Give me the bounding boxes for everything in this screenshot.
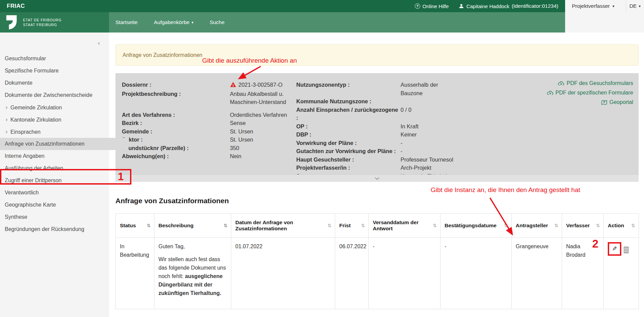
description-body: Wir stellen auch fest dass das folgende … [158,255,227,297]
sidebar-item-begruendungen-der-ruecksendung[interactable]: Begründungen der Rücksendung [0,223,109,235]
sidebar-item-dokumente[interactable]: Dokumente [0,77,109,89]
dossier-field: Anzahl Einsprachen / zurückgezogene :0 /… [296,106,459,122]
sidebar-collapse-icon[interactable]: ‹ [98,41,100,45]
user-identificator: (Identificator:01234) [512,3,558,9]
dossier-field: Dossiernr : 1 2021-3-002587-O [122,81,290,90]
cell-beschreibung: Guten Tag, Wir stellen auch fest dass da… [154,238,231,309]
annotation-box-2: ✎ [608,242,621,256]
column-header-datum-der-anfrage[interactable]: Datum der Anfrage von Zusatzinformatione… [231,214,335,238]
pdf-spezifische-formulare-link[interactable]: PDF der spezifischen Formulare [547,88,633,98]
dossier-number: 2021-3-002587-O [238,82,282,88]
top-bar-right: ? Online Hilfe Capitaine Haddock (Identi… [415,0,558,12]
sort-icon: ⇅ [327,223,331,228]
nav-item-suche[interactable]: Suche [210,19,224,25]
cell-action: ✎ [604,238,639,309]
sort-icon: ⇅ [504,223,508,228]
chevron-down-icon [375,177,380,180]
column-header-action[interactable]: Action⇅ [604,214,639,238]
sort-icon: ⇅ [223,223,228,228]
chevron-down-icon: ▾ [192,20,194,25]
state-logo: ETAT DE FRIBOURG STAAT FREIBURG [0,12,109,33]
sidebar-item-verantwortlich[interactable]: Verantwortlich [0,187,109,199]
dossier-field: DBP :Keiner [296,130,459,139]
table-row: In Bearbeitung Guten Tag, Wir stellen au… [116,238,639,309]
sort-icon: ⇅ [361,223,365,228]
language-dropdown[interactable]: DE ▾ [626,0,644,12]
column-header-status[interactable]: Status⇅ [116,214,154,238]
cell-frist: 06.07.2022 [335,238,369,309]
page-alert: Anfrage von Zusatzinformationen [115,44,639,66]
pdf-gesuchsformular-link[interactable]: PDF des Gesuchsformulars [547,79,633,88]
language-label: DE [629,3,637,9]
dossier-field: Abweichung(en) :Nein [122,152,290,161]
sort-icon: ⇅ [596,223,600,228]
dossier-left-column: Dossiernr : 1 2021-3-002587-O Projektbes… [122,81,290,161]
dossier-field: Gemeinde :St. Ursen [122,127,290,136]
sidebar-item-geographische-karte[interactable]: Geographische Karte [0,199,109,211]
sidebar-item-interne-angaben[interactable]: Interne Angaben [0,150,109,162]
cell-request-date: 01.07.2022 [231,238,335,309]
cell-status: In Bearbeitung [116,238,154,309]
sidebar-item-anfrage-von-zusatzinformationen[interactable]: Anfrage von Zusatzinformationen [0,138,129,150]
history-pad-icon[interactable] [624,247,629,253]
friac-app: FRIAC ? Online Hilfe Capitaine Haddock (… [0,0,644,317]
table-header-row: Status⇅ Beschreibung⇅ Datum der Anfrage … [116,214,639,238]
sidebar-item-synthese[interactable]: Synthese [0,211,109,223]
sidebar-item-kantonale-zirkulation[interactable]: ›Kantonale Zirkulation [0,113,109,126]
online-help-link[interactable]: ? Online Hilfe [415,3,449,9]
user-menu[interactable]: Capitaine Haddock (Identificator:01234) [459,3,558,9]
dossier-field: Sektor :St. Ursen [122,135,290,144]
column-header-bestaetigungsdatume[interactable]: Bestätigungsdatume⇅ [441,214,512,238]
geoportal-link[interactable]: Geoportal [547,98,633,107]
role-language-panel: Projektverfasser ▾ DE ▾ [565,0,644,33]
column-header-frist[interactable]: Frist⇅ [335,214,369,238]
column-header-verfasser[interactable]: Verfasser⇅ [562,214,604,238]
dossier-summary-panel: Dossiernr : 1 2021-3-002587-O Projektbes… [115,73,639,182]
sidebar-item-gesuchsformular[interactable]: Gesuchsformular [0,52,109,65]
app-brand: FRIAC [7,3,25,9]
dossier-field: Projektverfasser/in :Arch-Projekt [296,164,459,172]
sort-icon: ⇅ [631,223,635,228]
cell-versanddatum: - [369,238,441,309]
sidebar-item-spezifische-formulare[interactable]: Spezifische Formulare [0,65,109,77]
sort-icon: ⇅ [433,223,437,228]
main-navbar: ETAT DE FRIBOURG STAAT FREIBURG Startsei… [0,12,565,33]
state-logo-text: ETAT DE FRIBOURG STAAT FREIBURG [23,18,62,27]
dossier-field: Art des Verfahrens :Ordentliches Verfahr… [122,111,290,119]
map-icon [601,100,607,105]
nav-links: Startseite Aufgabenkörbe▾ Suche [115,12,224,33]
alert-text: Anfrage von Zusatzinformationen [123,52,202,58]
chevron-down-icon: ▾ [613,4,615,8]
download-cloud-icon [547,90,553,96]
dossier-field: Projektbeschreibung :Anbau Abkalbestall … [122,90,290,106]
cell-bestaetigungsdatume: - [441,238,512,309]
fribourg-logo-icon [5,15,18,30]
edit-button[interactable]: ✎ [612,245,617,252]
column-header-antragsteller[interactable]: Antragsteller⇅ [512,214,562,238]
chevron-right-icon: › [5,104,8,111]
role-dropdown[interactable]: Projektverfasser ▾ [565,0,619,12]
annotation-note-instanz: Gibt die Instanz an, die Ihnen den Antra… [431,186,580,194]
column-header-versanddatum[interactable]: Versanddatum der Antwort⇅ [369,214,441,238]
sidebar-item-einsprachen[interactable]: ›Einsprachen [0,126,109,138]
dossier-field: Grundstücknr (Parzelle) :350 [122,144,290,152]
sidebar: ‹ Gesuchsformular Spezifische Formulare … [0,33,109,317]
svg-text:1: 1 [232,84,234,87]
chevron-right-icon: › [5,116,8,123]
user-name: Capitaine Haddock [466,3,509,9]
cell-antragsteller: Grangeneuve [512,238,562,309]
nav-item-startseite[interactable]: Startseite [115,19,137,25]
sidebar-item-dokumente-zwischenentscheide[interactable]: Dokumente der Zwischenentscheide [0,89,109,101]
sidebar-item-ausfuehrung-der-arbeiten[interactable]: Ausführung der Arbeiten [0,162,109,174]
column-header-beschreibung[interactable]: Beschreibung⇅ [154,214,231,238]
chevron-down-icon: ▾ [639,4,641,8]
requests-table: Status⇅ Beschreibung⇅ Datum der Anfrage … [115,213,639,309]
sidebar-item-gemeinde-zirkulation[interactable]: ›Gemeinde Zirkulation [0,101,109,113]
top-bar: FRIAC ? Online Hilfe Capitaine Haddock (… [0,0,565,12]
sidebar-menu: Gesuchsformular Spezifische Formulare Do… [0,52,109,235]
dossier-field: OP :In Kraft [296,122,459,131]
panel-collapse-toggle[interactable] [115,174,639,182]
sidebar-item-zugriff-einer-drittperson[interactable]: Zugriff einer Drittperson [0,174,109,187]
nav-item-aufgabenkoerbe[interactable]: Aufgabenkörbe▾ [154,19,193,25]
help-icon: ? [415,3,420,9]
